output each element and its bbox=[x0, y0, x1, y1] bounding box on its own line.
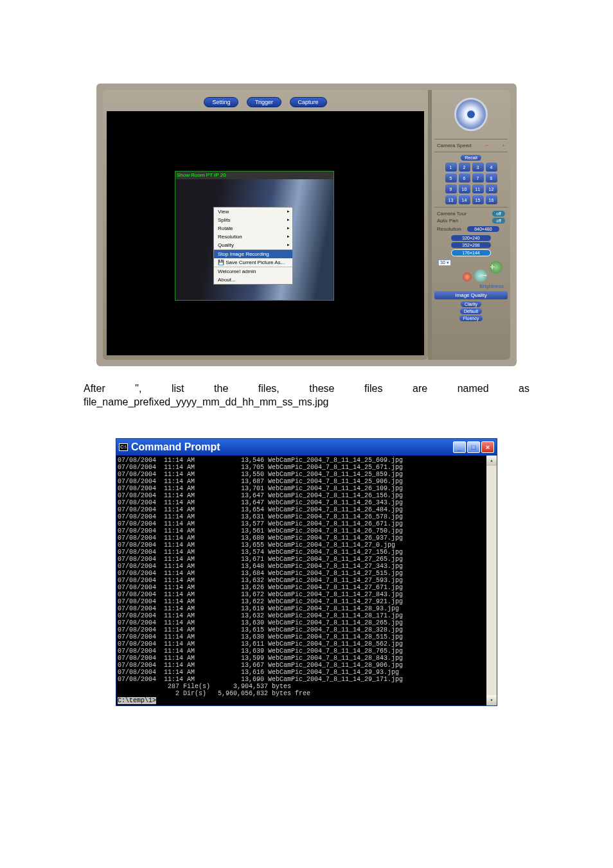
prompt-line: 07/08/2004 11:14 AM 13,671 WebCamPic_200… bbox=[118, 556, 495, 563]
close-button[interactable]: × bbox=[481, 441, 494, 453]
ctx-item-3[interactable]: Resolution▸ bbox=[214, 233, 292, 241]
speed-minus-icon[interactable]: − bbox=[485, 143, 488, 148]
preset-1[interactable]: 1 bbox=[445, 163, 457, 172]
viewer-frame: Setting Trigger Capture Show Room PT IP … bbox=[103, 90, 428, 360]
resolution-chip-1[interactable]: 320×240 bbox=[451, 235, 491, 241]
submenu-arrow-icon: ▸ bbox=[287, 217, 290, 222]
prompt-line: 07/08/2004 11:14 AM 13,574 WebCamPic_200… bbox=[118, 549, 495, 556]
prompt-line: 07/08/2004 11:14 AM 13,616 WebCamPic_200… bbox=[118, 669, 495, 676]
setting-button[interactable]: Setting bbox=[204, 97, 238, 107]
prompt-line: 07/08/2004 11:14 AM 13,561 WebCamPic_200… bbox=[118, 527, 495, 535]
cmd-icon: C:\ bbox=[119, 443, 128, 451]
preset-9[interactable]: 9 bbox=[445, 184, 457, 193]
default-button[interactable]: Default bbox=[460, 308, 482, 314]
prompt-line: 07/08/2004 11:14 AM 13,705 WebCamPic_200… bbox=[118, 464, 495, 471]
auto-pan-toggle[interactable]: off bbox=[492, 218, 505, 224]
prompt-line: 07/08/2004 11:14 AM 13,577 WebCamPic_200… bbox=[118, 520, 495, 527]
prompt-line: 287 File(s) 3,904,537 bytes bbox=[118, 683, 495, 690]
preset-15[interactable]: 15 bbox=[472, 195, 484, 204]
preset-4[interactable]: 4 bbox=[486, 163, 497, 172]
prompt-line: 07/08/2004 11:14 AM 13,647 WebCamPic_200… bbox=[118, 492, 495, 499]
preset-3[interactable]: 3 bbox=[472, 163, 484, 172]
preset-13[interactable]: 13 bbox=[445, 195, 457, 204]
prompt-line: 07/08/2004 11:14 AM 13,622 WebCamPic_200… bbox=[118, 598, 495, 605]
fps-select[interactable]: 30 ▾ bbox=[438, 260, 451, 266]
context-menu: View▸Splits▸Rotate▸Resolution▸Quality▸St… bbox=[213, 207, 293, 285]
prompt-line: 07/08/2004 11:14 AM 13,667 WebCamPic_200… bbox=[118, 662, 495, 669]
submenu-arrow-icon: ▸ bbox=[287, 209, 290, 214]
prompt-line: 07/08/2004 11:14 AM 13,599 WebCamPic_200… bbox=[118, 655, 495, 662]
prompt-line: 07/08/2004 11:14 AM 13,546 WebCamPic_200… bbox=[118, 457, 495, 464]
resolution-chip-0[interactable]: 640×480 bbox=[467, 226, 499, 232]
camera-tour-toggle[interactable]: off bbox=[492, 211, 505, 217]
brightness-icon bbox=[463, 272, 472, 281]
preset-14[interactable]: 14 bbox=[459, 195, 470, 204]
preset-7[interactable]: 7 bbox=[472, 173, 484, 182]
prompt-line: C:\temp\1> bbox=[118, 697, 495, 704]
resolution-chip-2[interactable]: 352×288 bbox=[451, 242, 491, 248]
ctx-item-6[interactable]: 💾 Save Current Picture As... bbox=[214, 258, 292, 267]
ptz-dial[interactable] bbox=[454, 98, 488, 131]
preset-16[interactable]: 16 bbox=[486, 195, 497, 204]
prompt-line: 07/08/2004 11:14 AM 13,684 WebCamPic_200… bbox=[118, 570, 495, 577]
submenu-arrow-icon: ▸ bbox=[287, 242, 290, 247]
prompt-line: 07/08/2004 11:14 AM 13,630 WebCamPic_200… bbox=[118, 619, 495, 626]
trigger-button[interactable]: Trigger bbox=[247, 97, 281, 107]
prompt-line: 07/08/2004 11:14 AM 13,550 WebCamPic_200… bbox=[118, 471, 495, 478]
capture-button[interactable]: Capture bbox=[290, 97, 327, 107]
prompt-line: 07/08/2004 11:14 AM 13,626 WebCamPic_200… bbox=[118, 584, 495, 591]
scroll-down-icon[interactable]: ▾ bbox=[486, 695, 497, 705]
clarity-button[interactable]: Clarity bbox=[461, 301, 481, 307]
prompt-line: 07/08/2004 11:14 AM 13,611 WebCamPic_200… bbox=[118, 641, 495, 648]
camera-title: Show Room PT IP 20 bbox=[175, 172, 227, 179]
ctx-item-8[interactable]: About... bbox=[214, 276, 292, 284]
submenu-arrow-icon: ▸ bbox=[287, 234, 290, 239]
ctx-item-2[interactable]: Rotate▸ bbox=[214, 224, 292, 233]
prompt-line: 07/08/2004 11:14 AM 13,639 WebCamPic_200… bbox=[118, 648, 495, 655]
titlebar[interactable]: C:\ Command Prompt _ □ × bbox=[116, 439, 497, 456]
prompt-line: 07/08/2004 11:14 AM 13,648 WebCamPic_200… bbox=[118, 563, 495, 570]
resolution-chip-3[interactable]: 176×144 bbox=[451, 249, 491, 256]
minimize-button[interactable]: _ bbox=[453, 441, 466, 453]
command-prompt-window: C:\ Command Prompt _ □ × 07/08/2004 11:1… bbox=[116, 438, 497, 706]
ctx-item-1[interactable]: Splits▸ bbox=[214, 216, 292, 224]
prompt-line: 07/08/2004 11:14 AM 13,654 WebCamPic_200… bbox=[118, 506, 495, 513]
resolution-label: Resolution bbox=[437, 226, 461, 232]
scroll-up-icon[interactable]: ▴ bbox=[486, 456, 497, 466]
preset-10[interactable]: 10 bbox=[459, 184, 470, 193]
preset-11[interactable]: 11 bbox=[472, 184, 484, 193]
body-text: After ", list the files, these files are… bbox=[84, 382, 529, 409]
preset-2[interactable]: 2 bbox=[459, 163, 470, 172]
fluency-button[interactable]: Fluency bbox=[459, 315, 483, 321]
camera-speed-row: Camera Speed − + bbox=[434, 142, 508, 149]
ctx-item-5[interactable]: Stop Image Recording bbox=[214, 249, 292, 258]
zoom-in-button[interactable]: + bbox=[490, 261, 502, 274]
prompt-line: 07/08/2004 11:14 AM 13,632 WebCamPic_200… bbox=[118, 577, 495, 584]
preset-5[interactable]: 5 bbox=[445, 173, 457, 182]
prompt-body[interactable]: 07/08/2004 11:14 AM 13,546 WebCamPic_200… bbox=[116, 456, 497, 705]
ctx-item-7[interactable]: Welcome! admin bbox=[214, 267, 292, 276]
preset-12[interactable]: 12 bbox=[486, 184, 497, 193]
recall-button[interactable]: Recall bbox=[461, 155, 481, 161]
prompt-line: 07/08/2004 11:14 AM 13,687 WebCamPic_200… bbox=[118, 478, 495, 485]
preset-8[interactable]: 8 bbox=[486, 173, 497, 182]
ctx-item-4[interactable]: Quality▸ bbox=[214, 241, 292, 249]
top-buttons: Setting Trigger Capture bbox=[107, 95, 424, 107]
preset-6[interactable]: 6 bbox=[459, 173, 470, 182]
video-screen[interactable]: Show Room PT IP 20 View▸Splits▸Rotate▸Re… bbox=[107, 111, 424, 355]
prompt-line: 07/08/2004 11:14 AM 13,619 WebCamPic_200… bbox=[118, 605, 495, 612]
prompt-line: 07/08/2004 11:14 AM 13,632 WebCamPic_200… bbox=[118, 612, 495, 619]
prompt-line: 07/08/2004 11:14 AM 13,655 WebCamPic_200… bbox=[118, 542, 495, 549]
prompt-line: 07/08/2004 11:14 AM 13,680 WebCamPic_200… bbox=[118, 535, 495, 542]
ctx-item-0[interactable]: View▸ bbox=[214, 208, 292, 216]
chevron-down-icon: ▾ bbox=[447, 260, 449, 265]
speed-plus-icon[interactable]: + bbox=[502, 143, 505, 148]
prompt-line: 2 Dir(s) 5,960,056,832 bytes free bbox=[118, 690, 495, 697]
image-quality-label: Image Quality bbox=[434, 291, 508, 299]
submenu-arrow-icon: ▸ bbox=[287, 226, 290, 231]
prompt-line: 07/08/2004 11:14 AM 13,631 WebCamPic_200… bbox=[118, 513, 495, 520]
window-title: Command Prompt bbox=[131, 441, 453, 453]
maximize-button[interactable]: □ bbox=[467, 441, 480, 453]
scrollbar[interactable]: ▴ ▾ bbox=[486, 456, 497, 705]
zoom-out-button[interactable]: − bbox=[474, 269, 487, 282]
